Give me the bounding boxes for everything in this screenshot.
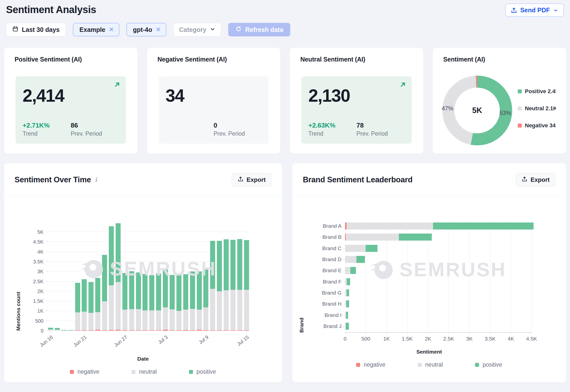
legend-item-negative: negative: [356, 361, 386, 368]
neutral-segment: [346, 234, 399, 241]
time-bar: [48, 328, 53, 331]
time-bar: [116, 223, 121, 331]
positive-segment: [156, 273, 161, 310]
kpi-card-neutral: Neutral Sentiment (AI) 2,130 +2.63K% Tre…: [290, 48, 423, 154]
kpi-prev: 78 Prev. Period: [356, 122, 404, 137]
legend-label: negative: [77, 368, 99, 375]
time-bar: [75, 283, 80, 331]
x-tick-label: 4.5K: [526, 336, 537, 342]
brand-bar: [345, 222, 534, 230]
date-range-button[interactable]: Last 30 days: [6, 23, 66, 36]
filter-chip-gpt-4o[interactable]: gpt-4o ✕: [126, 23, 166, 36]
time-bar: [142, 274, 148, 331]
neutral-segment: [197, 310, 202, 330]
semrush-logo-icon: [370, 257, 394, 282]
y-tick-label: 0: [41, 328, 43, 334]
filter-bar: Last 30 days Example ✕ gpt-4o ✕ Category…: [6, 23, 566, 36]
x-tick-label: Jun 21: [61, 334, 88, 357]
negative-segment: [163, 330, 168, 331]
export-button[interactable]: Export: [516, 173, 555, 187]
neutral-segment: [183, 310, 188, 330]
y-tick-mark: [46, 330, 48, 331]
neutral-segment: [230, 290, 235, 330]
time-bar: [237, 239, 242, 331]
negative-segment: [122, 330, 127, 331]
legend-item-negative: negative: [70, 368, 99, 375]
negative-segment: [129, 330, 134, 331]
filter-chip-example[interactable]: Example ✕: [73, 23, 119, 36]
negative-swatch: [70, 370, 74, 374]
prev-value: 86: [71, 122, 119, 129]
brand-chart: Brand Brand ABrand BBrand CBrand DBrand …: [298, 220, 566, 333]
legend-label: negative: [364, 361, 386, 368]
chip-label: gpt-4o: [133, 26, 152, 33]
sentiment-donut-card: Sentiment (AI) 5K 47% 53% Positive 2.4KN…: [433, 48, 566, 154]
positive-segment: [399, 234, 432, 241]
neutral-segment: [224, 290, 229, 330]
neutral-segment: [190, 309, 195, 330]
y-tick-mark: [46, 301, 48, 301]
positive-segment: [82, 279, 87, 312]
upload-icon: [521, 176, 528, 184]
negative-segment: [183, 330, 188, 331]
y-tick-label: 2K: [37, 288, 43, 294]
positive-swatch: [189, 370, 193, 374]
y-tick-label: 3.5K: [33, 259, 43, 265]
prev-label: Prev. Period: [356, 130, 404, 137]
x-tick-mark: [51, 331, 51, 332]
y-tick-label: 4K: [37, 249, 43, 255]
y-tick-label: 3K: [37, 269, 43, 274]
negative-segment: [102, 330, 107, 331]
donut-card-title: Sentiment (AI): [433, 48, 566, 63]
x-tick-label: 0: [344, 336, 347, 342]
close-icon[interactable]: ✕: [109, 27, 114, 33]
y-tick-mark: [343, 248, 345, 249]
time-bar: [197, 271, 202, 331]
time-bar: [88, 282, 93, 331]
x-tick-mark: [206, 331, 206, 332]
legend-item-neutral: neutral: [418, 361, 443, 368]
y-tick-mark: [343, 293, 345, 293]
refresh-data-button[interactable]: Refresh data: [228, 23, 290, 36]
positive-segment: [176, 273, 181, 311]
positive-segment: [75, 283, 80, 312]
brand-bar: [345, 267, 356, 274]
send-pdf-button[interactable]: Send PDF: [505, 4, 564, 17]
neutral-segment: [163, 307, 168, 330]
time-bar: [68, 330, 73, 331]
x-axis-labels: 05001K1.5K2K2.5K3K3.5K4K4.5K: [345, 332, 532, 347]
neutral-segment: [210, 289, 215, 330]
neutral-segment: [170, 309, 175, 330]
x-tick-mark: [387, 332, 387, 334]
x-tick-mark: [511, 332, 511, 334]
info-icon[interactable]: i: [96, 176, 97, 184]
y-tick-label: 1K: [37, 308, 43, 314]
x-tick-mark: [407, 332, 407, 334]
neutral-segment: [237, 290, 242, 330]
positive-segment: [346, 323, 349, 330]
prev-label: Prev. Period: [71, 130, 119, 137]
upload-icon: [511, 7, 517, 14]
positive-segment: [109, 226, 114, 285]
y-tick-mark: [343, 326, 345, 326]
positive-segment: [129, 271, 134, 309]
neutral-segment: [102, 301, 107, 330]
x-tick-mark: [532, 332, 532, 334]
x-axis-title: Date: [4, 356, 282, 362]
panel-title: Brand Sentiment Leaderboard: [303, 175, 412, 184]
positive-segment: [347, 278, 350, 285]
export-button[interactable]: Export: [232, 173, 271, 187]
category-label: Category: [179, 26, 206, 33]
neutral-segment: [156, 310, 161, 330]
close-icon[interactable]: ✕: [156, 27, 161, 33]
y-tick-label: 2.5K: [33, 278, 43, 284]
category-dropdown[interactable]: Category: [173, 23, 221, 36]
top-bar: Sentiment Analysis Send PDF: [4, 0, 566, 17]
neutral-segment: [203, 307, 208, 330]
negative-segment: [116, 330, 121, 331]
legend-item-negative: Negative 34: [518, 122, 556, 129]
x-tick-label: Jul 9: [182, 334, 210, 357]
neutral-segment: [95, 312, 100, 330]
positive-segment: [366, 245, 378, 252]
x-tick-mark: [449, 332, 449, 334]
